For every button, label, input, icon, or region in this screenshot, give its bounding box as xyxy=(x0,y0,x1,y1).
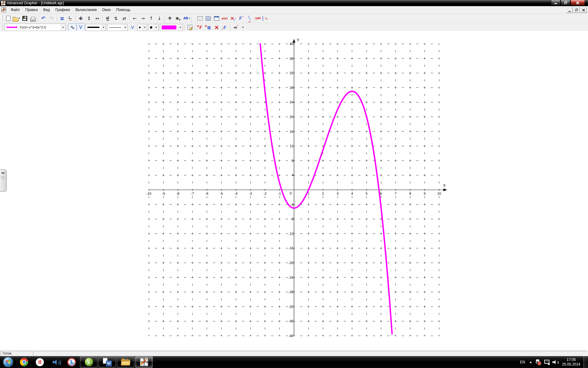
dropdown-arrow-icon[interactable]: ▼ xyxy=(101,24,106,31)
y-tick-label: -32 xyxy=(288,305,293,309)
menu-item-7[interactable]: Помощь xyxy=(113,6,133,13)
network-icon[interactable] xyxy=(544,359,550,366)
menu-item-5[interactable]: Вычисления xyxy=(73,6,99,13)
scroll-left-button[interactable]: ← xyxy=(130,14,139,22)
tangent-button[interactable]: ╲‿ xyxy=(245,14,254,22)
clock[interactable]: 17:05 25.05.2014 xyxy=(560,358,583,367)
word-icon: W xyxy=(103,358,112,366)
menu-item-2[interactable]: Правка xyxy=(23,6,41,13)
mdi-minimize-button[interactable] xyxy=(566,7,573,13)
move-view-button[interactable]: ↔↕ xyxy=(77,14,85,22)
toolbar-separator xyxy=(75,15,76,22)
scroll-up-button[interactable]: ↑ xyxy=(147,14,155,22)
save-file-button[interactable] xyxy=(21,14,29,22)
start-button[interactable] xyxy=(0,356,16,368)
side-panel-expand-tab[interactable]: ▶▶ xyxy=(0,169,6,191)
scroll-right-button[interactable]: → xyxy=(139,14,147,22)
curve-style-wave-button[interactable]: ∿ xyxy=(68,23,77,31)
advanced-grapher-icon xyxy=(140,358,148,366)
point-size-select[interactable]: ▼ xyxy=(137,24,147,31)
text-labels-button[interactable]: AB▾ xyxy=(182,14,190,22)
autofit-scale-button[interactable]: ∗+ xyxy=(174,14,182,22)
table-window-button[interactable] xyxy=(212,14,221,22)
derivative-button[interactable]: F′ xyxy=(237,14,245,22)
taskbar-item-chrome[interactable] xyxy=(16,356,32,368)
toolbar-separator xyxy=(38,15,38,22)
dropdown-arrow-icon[interactable]: ▼ xyxy=(123,24,127,31)
mdi-restore-button[interactable] xyxy=(573,7,580,13)
shrink-vertical-button[interactable]: ⇅ xyxy=(112,14,120,22)
undo-button[interactable]: ↶ xyxy=(39,14,47,22)
graph-list-button[interactable]: ≡ xyxy=(58,14,66,22)
language-indicator[interactable]: EN xyxy=(518,360,528,364)
action-center-flag-icon[interactable]: × xyxy=(535,359,541,366)
toolbar-grip[interactable] xyxy=(1,24,3,30)
dropdown-arrow-icon[interactable]: ▼ xyxy=(178,24,183,31)
taskbar-item-word[interactable]: W xyxy=(98,356,116,368)
point-type-select[interactable]: ▼ xyxy=(148,24,159,31)
menu-item-6[interactable]: Окно xyxy=(100,6,114,13)
calculator-window-button[interactable] xyxy=(204,14,212,22)
show-desktop-button[interactable] xyxy=(583,356,588,368)
stretch-horizontal-button[interactable]: ↔ xyxy=(93,14,101,22)
function-values-button[interactable]: y(x) xyxy=(221,14,229,22)
taskbar-item-volume-app[interactable] xyxy=(48,356,64,368)
toolbar-separator xyxy=(191,15,192,22)
dropdown-arrow-icon[interactable]: ▼ xyxy=(61,24,65,31)
line-style-select[interactable]: ▼ xyxy=(107,24,128,31)
x-tick-label: -8 xyxy=(176,192,179,195)
graph-properties-button[interactable] xyxy=(186,23,194,31)
taskbar-item-snipping[interactable] xyxy=(64,356,80,368)
document-icon[interactable] xyxy=(1,7,6,12)
menu-item-1[interactable]: Файл xyxy=(8,6,23,13)
minimize-button[interactable] xyxy=(551,0,560,6)
dropdown-arrow-icon[interactable]: ▼ xyxy=(142,24,147,31)
function-curve[interactable] xyxy=(260,44,392,334)
print-button[interactable] xyxy=(29,14,37,22)
y-tick-label: 36 xyxy=(290,57,293,60)
open-file-button[interactable]: ▾ xyxy=(12,14,21,22)
shrink-view-button[interactable]: ⇄⇅ xyxy=(104,14,112,22)
hidden-icons-button[interactable]: ▲ xyxy=(528,361,534,363)
menu-item-4[interactable]: Графики xyxy=(53,6,73,13)
edit-graph-button[interactable]: F╱ xyxy=(221,23,229,31)
color-select[interactable]: ▼ xyxy=(160,24,183,31)
taskbar-item-utorrent[interactable]: µ xyxy=(80,356,98,368)
scroll-down-button[interactable]: ↓ xyxy=(155,14,164,22)
taskbar-item-explorer[interactable] xyxy=(117,356,134,368)
axes-setup-button[interactable]: ∟··· xyxy=(66,14,74,22)
trace-button[interactable]: —×╱ xyxy=(231,23,239,31)
taskbar-item-advanced-grapher[interactable] xyxy=(135,356,153,368)
redo-button[interactable]: ↷ xyxy=(47,14,56,22)
curve-style-v-button[interactable]: V xyxy=(77,23,85,31)
graph-canvas[interactable]: YX-10-9-8-7-6-5-4-3-2-112345678910-40-36… xyxy=(0,31,588,351)
intersections-button[interactable]: ×╱ xyxy=(229,14,237,22)
taskbar-item-yandex[interactable]: Я xyxy=(32,356,48,368)
table-window-icon xyxy=(213,15,220,21)
volume-icon[interactable] xyxy=(552,359,558,366)
dropdown-arrow-icon[interactable]: ▼ xyxy=(154,24,158,31)
mdi-close-button[interactable] xyxy=(580,7,587,13)
trace-options-button[interactable]: ▾ xyxy=(239,23,246,31)
scissors-icon xyxy=(66,357,77,367)
line-width-select[interactable]: ▼ xyxy=(85,24,106,31)
close-button[interactable] xyxy=(571,0,585,6)
restore-button[interactable] xyxy=(561,0,570,6)
legend-window-button[interactable] xyxy=(196,14,204,22)
shrink-horizontal-button[interactable]: ⇄ xyxy=(120,14,128,22)
add-table-button[interactable]: +▦ xyxy=(204,23,213,31)
menu-item-3[interactable]: Вид xyxy=(40,6,53,13)
function-selector[interactable]: Y(x)=-x^3+6x^2-5▼ xyxy=(5,24,66,31)
integral-button[interactable]: ∫ydx xyxy=(254,14,262,22)
delete-graph-button[interactable]: × xyxy=(213,23,221,31)
stretch-vertical-button[interactable]: ↕ xyxy=(85,14,93,22)
dropdown-arrow-icon[interactable]: ▾ xyxy=(19,17,20,20)
point-style-v-button[interactable]: V xyxy=(128,23,137,31)
regression-button[interactable]: ▏∿ xyxy=(262,14,270,22)
toolbar-grip[interactable] xyxy=(1,15,3,21)
new-file-button[interactable] xyxy=(4,14,12,22)
add-graph-button[interactable]: +F xyxy=(196,23,204,31)
dropdown-arrow-icon[interactable]: ▾ xyxy=(189,17,190,20)
default-scale-button[interactable]: + xyxy=(166,14,174,22)
app-icon[interactable] xyxy=(1,1,6,6)
